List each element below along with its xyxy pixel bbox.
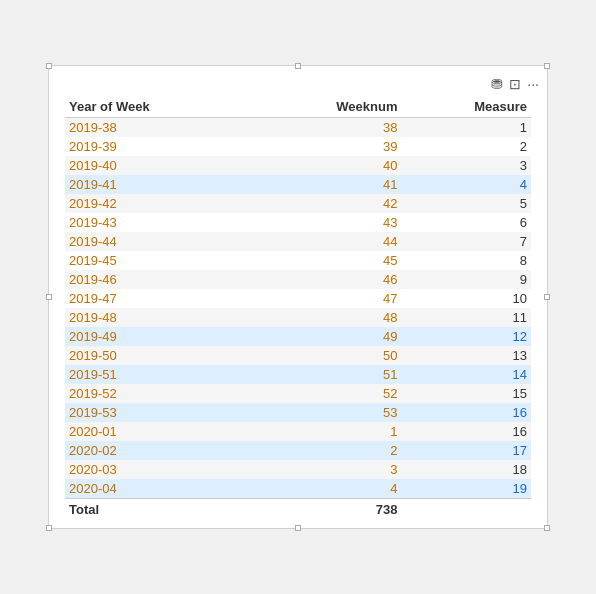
cell-year-week: 2020-02 — [65, 441, 254, 460]
table-row: 2019-525215 — [65, 384, 531, 403]
table-row: 2019-43436 — [65, 213, 531, 232]
col-header-measure[interactable]: Measure — [402, 96, 532, 118]
cell-weeknum: 1 — [254, 422, 401, 441]
cell-measure: 8 — [402, 251, 532, 270]
cell-measure: 19 — [402, 479, 532, 499]
table-row: 2019-515114 — [65, 365, 531, 384]
cell-weeknum: 46 — [254, 270, 401, 289]
table-row: 2019-535316 — [65, 403, 531, 422]
cell-year-week: 2020-01 — [65, 422, 254, 441]
cell-year-week: 2020-04 — [65, 479, 254, 499]
resize-handle-tl[interactable] — [46, 63, 52, 69]
cell-measure: 10 — [402, 289, 532, 308]
table-row: 2019-42425 — [65, 194, 531, 213]
table-row: 2019-494912 — [65, 327, 531, 346]
cell-measure: 16 — [402, 403, 532, 422]
cell-measure: 16 — [402, 422, 532, 441]
visual-toolbar: ⛃ ⊡ ··· — [49, 74, 547, 96]
cell-weeknum: 44 — [254, 232, 401, 251]
resize-handle-lm[interactable] — [46, 294, 52, 300]
cell-year-week: 2019-39 — [65, 137, 254, 156]
visual-container: ⛃ ⊡ ··· Year of Week Weeknum Measure 201… — [48, 65, 548, 529]
cell-measure: 17 — [402, 441, 532, 460]
cell-measure: 11 — [402, 308, 532, 327]
table-row: 2019-45458 — [65, 251, 531, 270]
table-row: 2020-02217 — [65, 441, 531, 460]
cell-measure: 2 — [402, 137, 532, 156]
total-row: Total 738 — [65, 499, 531, 521]
cell-measure: 18 — [402, 460, 532, 479]
table-row: 2019-41414 — [65, 175, 531, 194]
cell-weeknum: 45 — [254, 251, 401, 270]
cell-year-week: 2019-42 — [65, 194, 254, 213]
cell-year-week: 2019-52 — [65, 384, 254, 403]
resize-handle-bl[interactable] — [46, 525, 52, 531]
table-row: 2019-484811 — [65, 308, 531, 327]
cell-year-week: 2019-51 — [65, 365, 254, 384]
table-row: 2019-40403 — [65, 156, 531, 175]
more-options-icon[interactable]: ··· — [527, 76, 539, 92]
table-row: 2020-04419 — [65, 479, 531, 499]
table-row: 2019-46469 — [65, 270, 531, 289]
cell-weeknum: 3 — [254, 460, 401, 479]
cell-year-week: 2019-48 — [65, 308, 254, 327]
cell-year-week: 2020-03 — [65, 460, 254, 479]
resize-handle-rm[interactable] — [544, 294, 550, 300]
cell-weeknum: 49 — [254, 327, 401, 346]
cell-year-week: 2019-41 — [65, 175, 254, 194]
cell-weeknum: 42 — [254, 194, 401, 213]
cell-weeknum: 51 — [254, 365, 401, 384]
total-measure — [402, 499, 532, 521]
cell-year-week: 2019-40 — [65, 156, 254, 175]
cell-year-week: 2019-53 — [65, 403, 254, 422]
cell-year-week: 2019-45 — [65, 251, 254, 270]
cell-weeknum: 53 — [254, 403, 401, 422]
cell-measure: 6 — [402, 213, 532, 232]
cell-measure: 7 — [402, 232, 532, 251]
cell-measure: 13 — [402, 346, 532, 365]
total-label: Total — [65, 499, 254, 521]
cell-year-week: 2019-43 — [65, 213, 254, 232]
data-table: Year of Week Weeknum Measure 2019-383812… — [65, 96, 531, 520]
total-weeknum: 738 — [254, 499, 401, 521]
cell-measure: 9 — [402, 270, 532, 289]
table-body: 2019-383812019-393922019-404032019-41414… — [65, 118, 531, 499]
cell-weeknum: 4 — [254, 479, 401, 499]
cell-weeknum: 39 — [254, 137, 401, 156]
table-row: 2020-01116 — [65, 422, 531, 441]
cell-measure: 3 — [402, 156, 532, 175]
resize-handle-bm[interactable] — [295, 525, 301, 531]
table-footer: Total 738 — [65, 499, 531, 521]
cell-weeknum: 48 — [254, 308, 401, 327]
focus-mode-icon[interactable]: ⊡ — [509, 76, 521, 92]
table-row: 2019-39392 — [65, 137, 531, 156]
table-wrapper: Year of Week Weeknum Measure 2019-383812… — [49, 96, 547, 520]
resize-handle-br[interactable] — [544, 525, 550, 531]
cell-year-week: 2019-47 — [65, 289, 254, 308]
resize-handle-tr[interactable] — [544, 63, 550, 69]
cell-weeknum: 41 — [254, 175, 401, 194]
col-header-weeknum[interactable]: Weeknum — [254, 96, 401, 118]
cell-weeknum: 52 — [254, 384, 401, 403]
cell-measure: 1 — [402, 118, 532, 138]
cell-year-week: 2019-46 — [65, 270, 254, 289]
filter-icon[interactable]: ⛃ — [491, 76, 503, 92]
cell-year-week: 2019-38 — [65, 118, 254, 138]
cell-weeknum: 50 — [254, 346, 401, 365]
cell-weeknum: 38 — [254, 118, 401, 138]
cell-weeknum: 2 — [254, 441, 401, 460]
cell-measure: 14 — [402, 365, 532, 384]
col-header-year-week[interactable]: Year of Week — [65, 96, 254, 118]
cell-measure: 5 — [402, 194, 532, 213]
cell-measure: 4 — [402, 175, 532, 194]
table-row: 2019-44447 — [65, 232, 531, 251]
resize-handle-tm[interactable] — [295, 63, 301, 69]
table-row: 2019-38381 — [65, 118, 531, 138]
table-row: 2019-474710 — [65, 289, 531, 308]
table-header-row: Year of Week Weeknum Measure — [65, 96, 531, 118]
cell-measure: 15 — [402, 384, 532, 403]
table-row: 2019-505013 — [65, 346, 531, 365]
cell-weeknum: 43 — [254, 213, 401, 232]
cell-weeknum: 40 — [254, 156, 401, 175]
cell-year-week: 2019-49 — [65, 327, 254, 346]
